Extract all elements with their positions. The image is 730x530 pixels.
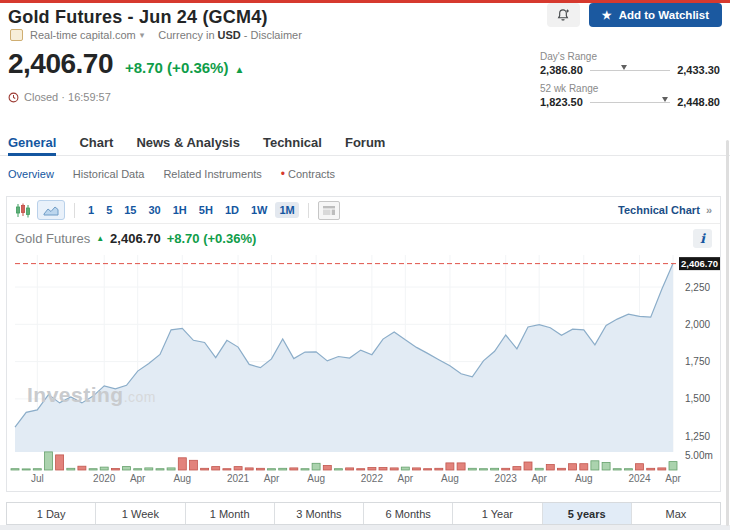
x-axis-label: Aug [575,473,593,484]
volume-bar [658,468,666,470]
volume-bar [223,469,231,470]
x-axis-label: Apr [531,473,547,484]
legend-instrument-name: Gold Futures [15,231,90,246]
scrollbar[interactable] [724,0,730,530]
52wk-range-high: 2,448.80 [677,96,720,108]
volume-bar [357,469,365,470]
interval-button-1w[interactable]: 1W [247,202,272,218]
days-range-marker-icon [621,65,627,70]
price-chart[interactable]: 2,2502,0001,7501,5001,2505.00mJul2020Apr… [7,245,720,491]
tab-news-analysis[interactable]: News & Analysis [136,129,240,156]
period-button-1-day[interactable]: 1 Day [7,503,96,524]
volume-bar [558,468,566,470]
interval-button-15[interactable]: 15 [120,202,140,218]
x-axis-label: Apr [130,473,146,484]
volume-bar [212,467,220,470]
period-button-6-months[interactable]: 6 Months [364,503,453,524]
interval-button-5h[interactable]: 5H [195,202,217,218]
volume-bar [669,462,677,470]
subnav-historical-data[interactable]: Historical Data [73,168,145,180]
volume-bar [189,460,197,470]
volume-bar [346,468,354,470]
header-actions: ★ Add to Watchlist [547,3,722,27]
volume-bar [67,468,75,470]
days-range-high: 2,433.30 [677,64,720,76]
volume-bar [368,468,376,471]
candlestick-chart-button[interactable] [15,203,31,218]
period-button-1-week[interactable]: 1 Week [96,503,185,524]
period-button-max[interactable]: Max [632,503,720,524]
last-price: 2,406.70 [8,48,113,80]
add-to-watchlist-button[interactable]: ★ Add to Watchlist [589,3,722,27]
interval-button-5[interactable]: 5 [102,202,116,218]
market-status: Closed · 16:59:57 [8,91,111,103]
disclaimer-link[interactable]: Disclaimer [251,29,302,41]
meta-separator: - [244,29,248,41]
period-selector: 1 Day1 Week1 Month3 Months6 Months1 Year… [6,502,721,525]
currency-code: USD [218,29,241,41]
volume-bar [457,463,465,470]
volume-bar [413,468,421,470]
x-axis-label: 2022 [361,473,384,484]
legend-price: 2,406.70 [110,231,161,246]
chart-layout-button[interactable] [318,201,340,220]
legend-up-arrow-icon: ▲ [96,234,104,243]
52wk-range-slider [590,102,670,103]
volume-bar [167,468,175,470]
x-axis-label: 2024 [628,473,651,484]
volume-bar [502,468,510,470]
area-chart-icon [43,205,59,216]
tab-technical[interactable]: Technical [263,129,322,156]
chevron-down-icon[interactable]: ▾ [140,30,145,40]
y-axis-label: 1,250 [685,431,710,442]
layout-grid-icon [322,205,336,216]
volume-bar [379,468,387,471]
52wk-range-label: 52 wk Range [540,83,720,94]
volume-bar [156,469,164,470]
interval-button-30[interactable]: 30 [145,202,165,218]
technical-chart-link[interactable]: Technical Chart » [618,204,712,216]
chart-card: 1515301H5H1D1W1M Technical Chart » Gold … [6,196,721,492]
x-axis-label: Aug [173,473,191,484]
x-axis-label: 2023 [495,473,518,484]
tab-forum[interactable]: Forum [345,129,385,156]
data-source-label[interactable]: Real-time capital.com [30,29,136,41]
period-button-3-months[interactable]: 3 Months [275,503,364,524]
period-button-5-years[interactable]: 5 years [543,503,632,524]
y-axis-label: 1,500 [685,393,710,404]
period-button-1-year[interactable]: 1 Year [453,503,542,524]
volume-bar [569,464,577,470]
interval-button-1m[interactable]: 1M [275,202,298,218]
tab-chart[interactable]: Chart [79,129,113,156]
subnav-overview[interactable]: Overview [8,168,54,180]
volume-bar [468,468,476,470]
volume-bar [279,468,287,470]
sub-navigation: Overview Historical Data Related Instrum… [8,168,335,180]
technical-chart-label: Technical Chart [618,204,700,216]
volume-bar [134,469,142,470]
chevron-right-icon: » [706,204,712,216]
subnav-contracts[interactable]: • Contracts [281,168,335,180]
tab-general[interactable]: General [8,129,56,156]
subnav-related-instruments[interactable]: Related Instruments [163,168,261,180]
scrollbar-thumb[interactable] [726,140,729,526]
interval-button-1[interactable]: 1 [84,202,98,218]
period-button-1-month[interactable]: 1 Month [186,503,275,524]
volume-bar [234,467,242,470]
main-tabs: General Chart News & Analysis Technical … [0,129,730,156]
up-arrow-icon: ▲ [234,64,244,75]
volume-bar [446,463,454,470]
interval-button-1d[interactable]: 1D [221,202,243,218]
create-alert-button[interactable] [547,3,580,27]
market-status-text: Closed · 16:59:57 [24,91,111,103]
52wk-range-marker-icon [662,97,668,102]
interval-button-1h[interactable]: 1H [169,202,191,218]
volume-bar [178,458,186,470]
volume-bar [123,467,131,470]
days-range-slider [590,70,670,71]
volume-bar [435,468,443,470]
volume-bar [111,469,119,471]
y-axis-label: 2,000 [685,319,710,330]
area-chart-button[interactable] [37,200,65,220]
bell-plus-icon [556,8,570,22]
